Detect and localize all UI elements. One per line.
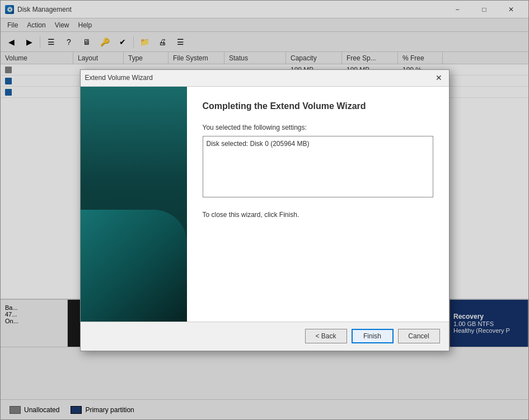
wizard-sidebar — [81, 87, 187, 322]
wizard-settings-box: Disk selected: Disk 0 (205964 MB) — [203, 136, 433, 197]
wizard-sublabel: You selected the following settings: — [203, 124, 433, 131]
back-button[interactable]: < Back — [305, 329, 347, 343]
wizard-titlebar: Extend Volume Wizard ✕ — [81, 70, 449, 87]
wizard-close-button[interactable]: ✕ — [433, 72, 444, 83]
wizard-close-msg: To close this wizard, click Finish. — [203, 211, 433, 219]
wizard-content: Completing the Extend Volume Wizard You … — [187, 87, 449, 322]
modal-overlay: Extend Volume Wizard ✕ Completing the Ex… — [0, 0, 529, 420]
wizard-body: Completing the Extend Volume Wizard You … — [81, 87, 449, 322]
wizard-dialog: Extend Volume Wizard ✕ Completing the Ex… — [80, 69, 450, 351]
finish-button[interactable]: Finish — [352, 329, 394, 343]
wizard-sidebar-graphic — [81, 210, 187, 322]
cancel-button[interactable]: Cancel — [398, 329, 440, 343]
wizard-heading: Completing the Extend Volume Wizard — [203, 100, 433, 112]
wizard-settings-text: Disk selected: Disk 0 (205964 MB) — [207, 140, 310, 148]
wizard-title: Extend Volume Wizard — [85, 74, 153, 82]
wizard-footer: < Back Finish Cancel — [81, 322, 449, 351]
